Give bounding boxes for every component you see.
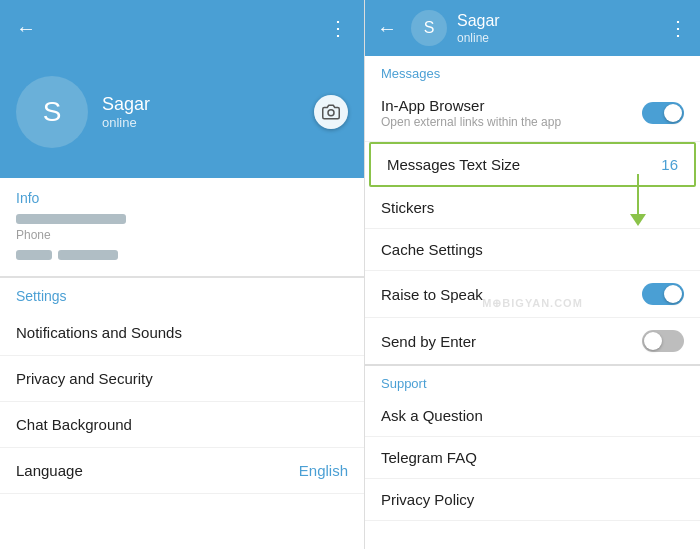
in-app-browser-subtitle: Open external links within the app (381, 115, 561, 129)
raise-to-speak-title: Raise to Speak (381, 286, 483, 303)
settings-item-privacy[interactable]: Privacy and Security (0, 356, 364, 402)
toggle-knob (664, 104, 682, 122)
privacy-label: Privacy and Security (16, 370, 153, 387)
info-bar-wide (16, 214, 126, 224)
right-back-icon[interactable]: ← (377, 17, 397, 40)
right-menu-icon[interactable]: ⋮ (668, 16, 688, 40)
arrow-head (630, 214, 646, 226)
right-header-status: online (457, 31, 658, 45)
stickers-item[interactable]: Stickers (365, 187, 700, 229)
in-app-browser-title: In-App Browser (381, 97, 561, 114)
settings-item-notifications[interactable]: Notifications and Sounds (0, 310, 364, 356)
right-header: ← S Sagar online ⋮ (365, 0, 700, 56)
toggle-knob-2 (664, 285, 682, 303)
chat-bg-label: Chat Background (16, 416, 132, 433)
camera-button[interactable] (314, 95, 348, 129)
messages-text-size-value: 16 (661, 156, 678, 173)
in-app-browser-toggle[interactable] (642, 102, 684, 124)
ask-question-title: Ask a Question (381, 407, 483, 424)
telegram-faq-title: Telegram FAQ (381, 449, 477, 466)
messages-text-size-item[interactable]: Messages Text Size 16 (369, 142, 696, 187)
profile-text: Sagar online (102, 94, 150, 130)
privacy-policy-title: Privacy Policy (381, 491, 474, 508)
language-value: English (299, 462, 348, 479)
ask-question-item[interactable]: Ask a Question (365, 395, 700, 437)
send-by-enter-toggle[interactable] (642, 330, 684, 352)
cache-settings-item[interactable]: Cache Settings (365, 229, 700, 271)
svg-point-0 (328, 110, 334, 116)
settings-section: Settings Notifications and Sounds Privac… (0, 278, 364, 549)
support-section-label: Support (365, 366, 700, 395)
avatar: S (16, 76, 88, 148)
send-by-enter-title: Send by Enter (381, 333, 476, 350)
back-icon[interactable]: ← (16, 17, 36, 40)
raise-to-speak-item[interactable]: Raise to Speak (365, 271, 700, 318)
phone-label: Phone (16, 228, 348, 242)
profile-inner: S Sagar online (16, 76, 348, 148)
profile-name: Sagar (102, 94, 150, 115)
right-header-name: Sagar (457, 11, 658, 30)
settings-item-chat-bg[interactable]: Chat Background (0, 402, 364, 448)
profile-section: S Sagar online (0, 56, 364, 178)
profile-status: online (102, 115, 137, 130)
info-label: Info (16, 190, 348, 206)
right-panel: ← S Sagar online ⋮ Messages In-App Brows… (364, 0, 700, 549)
notifications-label: Notifications and Sounds (16, 324, 182, 341)
messages-section-label: Messages (365, 56, 700, 85)
language-label: Language (16, 462, 83, 479)
arrow-line (637, 174, 639, 214)
info-bar-small (16, 250, 52, 260)
right-content: Messages In-App Browser Open external li… (365, 56, 700, 549)
telegram-faq-item[interactable]: Telegram FAQ (365, 437, 700, 479)
privacy-policy-item[interactable]: Privacy Policy (365, 479, 700, 521)
messages-text-size-title: Messages Text Size (387, 156, 520, 173)
menu-icon[interactable]: ⋮ (328, 16, 348, 40)
settings-item-language[interactable]: Language English (0, 448, 364, 494)
in-app-browser-left: In-App Browser Open external links withi… (381, 97, 561, 129)
arrow-indicator (630, 174, 646, 226)
info-bar-medium (58, 250, 118, 260)
raise-to-speak-toggle[interactable] (642, 283, 684, 305)
settings-label: Settings (0, 278, 364, 310)
camera-icon (322, 103, 340, 121)
left-panel: ← ⋮ S Sagar online Info Phone (0, 0, 364, 549)
right-avatar: S (411, 10, 447, 46)
info-section: Info Phone (0, 178, 364, 277)
toggle-knob-3 (644, 332, 662, 350)
left-header: ← ⋮ (0, 0, 364, 56)
send-by-enter-item[interactable]: Send by Enter (365, 318, 700, 366)
right-header-text: Sagar online (457, 11, 658, 44)
in-app-browser-item[interactable]: In-App Browser Open external links withi… (365, 85, 700, 142)
cache-settings-title: Cache Settings (381, 241, 483, 258)
stickers-title: Stickers (381, 199, 434, 216)
